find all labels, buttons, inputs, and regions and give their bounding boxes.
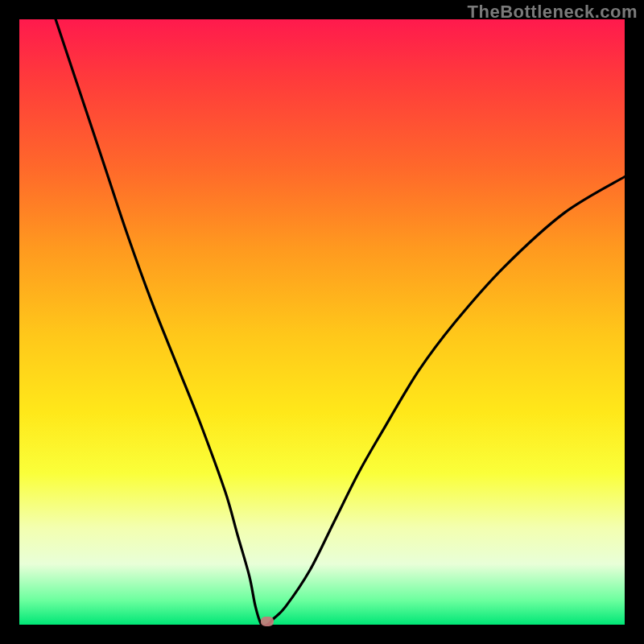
bottleneck-curve <box>56 19 625 626</box>
optimal-point-marker <box>261 617 274 626</box>
curve-svg <box>19 19 625 625</box>
plot-area <box>19 19 625 625</box>
chart-frame: TheBottleneck.com <box>0 0 644 644</box>
